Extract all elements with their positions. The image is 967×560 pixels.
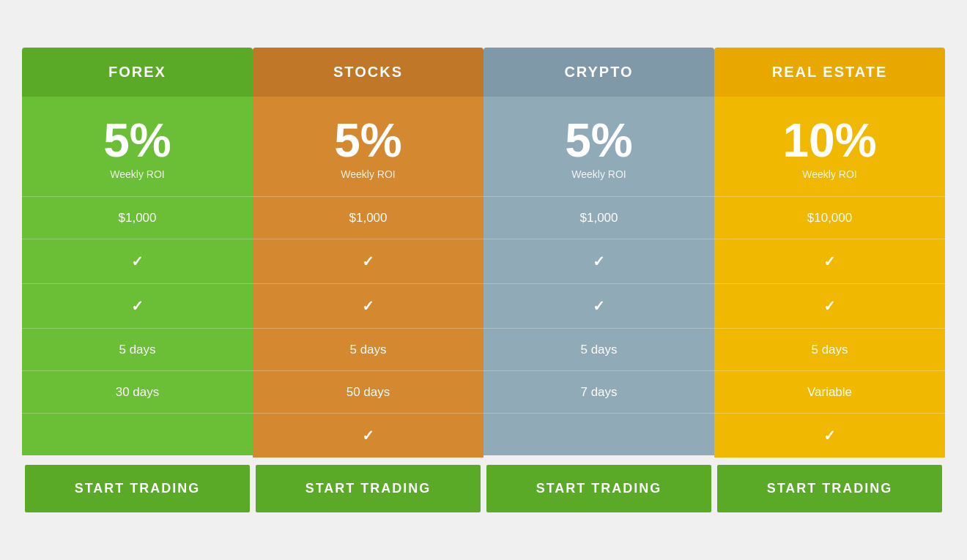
days1-forex: 5 days bbox=[22, 328, 253, 370]
check3-icon-realestate: ✓ bbox=[823, 427, 836, 444]
pricing-container: FOREX 5% Weekly ROI $1,000 ✓ ✓ 5 days 30… bbox=[22, 48, 945, 512]
cards-row: FOREX 5% Weekly ROI $1,000 ✓ ✓ 5 days 30… bbox=[22, 48, 945, 458]
card-header-realestate: REAL ESTATE bbox=[714, 48, 945, 97]
roi-label-forex: Weekly ROI bbox=[29, 168, 245, 180]
start-trading-button-forex[interactable]: START TRADING bbox=[25, 465, 250, 512]
check1-icon-forex: ✓ bbox=[131, 253, 144, 270]
card-header-forex: FOREX bbox=[22, 48, 253, 97]
days1-crypto: 5 days bbox=[484, 328, 714, 370]
roi-percent-crypto: 5% bbox=[491, 117, 707, 164]
check2-forex: ✓ bbox=[22, 283, 253, 328]
check1-icon-realestate: ✓ bbox=[823, 253, 836, 270]
check2-crypto: ✓ bbox=[484, 283, 714, 328]
min-investment-forex: $1,000 bbox=[22, 196, 253, 239]
check1-crypto: ✓ bbox=[484, 239, 714, 283]
roi-percent-realestate: 10% bbox=[722, 117, 938, 164]
check2-icon-realestate: ✓ bbox=[823, 297, 836, 315]
days2-crypto: 7 days bbox=[484, 370, 714, 413]
roi-percent-stocks: 5% bbox=[260, 117, 476, 164]
check2-icon-stocks: ✓ bbox=[362, 297, 374, 315]
card-header-crypto: CRYPTO bbox=[484, 48, 714, 97]
check1-realestate: ✓ bbox=[714, 239, 945, 283]
days1-realestate: 5 days bbox=[714, 328, 945, 370]
check3-forex bbox=[22, 413, 253, 455]
start-trading-button-stocks[interactable]: START TRADING bbox=[256, 465, 481, 512]
min-investment-realestate: $10,000 bbox=[714, 196, 945, 239]
card-stocks: STOCKS 5% Weekly ROI $1,000 ✓ ✓ 5 days 5… bbox=[253, 48, 484, 458]
card-roi-stocks: 5% Weekly ROI bbox=[253, 97, 484, 196]
days2-realestate: Variable bbox=[714, 370, 945, 413]
roi-label-realestate: Weekly ROI bbox=[722, 168, 938, 180]
check3-crypto bbox=[484, 413, 714, 455]
roi-label-stocks: Weekly ROI bbox=[260, 168, 476, 180]
buttons-row: START TRADINGSTART TRADINGSTART TRADINGS… bbox=[22, 465, 945, 512]
min-investment-crypto: $1,000 bbox=[484, 196, 714, 239]
start-trading-button-crypto[interactable]: START TRADING bbox=[486, 465, 711, 512]
check2-icon-crypto: ✓ bbox=[593, 297, 605, 315]
min-investment-stocks: $1,000 bbox=[253, 196, 484, 239]
card-forex: FOREX 5% Weekly ROI $1,000 ✓ ✓ 5 days 30… bbox=[22, 48, 253, 458]
card-crypto: CRYPTO 5% Weekly ROI $1,000 ✓ ✓ 5 days 7… bbox=[484, 48, 714, 458]
start-trading-button-realestate[interactable]: START TRADING bbox=[717, 465, 942, 512]
card-roi-realestate: 10% Weekly ROI bbox=[714, 97, 945, 196]
check3-stocks: ✓ bbox=[253, 413, 484, 458]
check1-icon-crypto: ✓ bbox=[593, 253, 605, 270]
roi-percent-forex: 5% bbox=[29, 117, 245, 164]
days1-stocks: 5 days bbox=[253, 328, 484, 370]
roi-label-crypto: Weekly ROI bbox=[491, 168, 707, 180]
card-roi-crypto: 5% Weekly ROI bbox=[484, 97, 714, 196]
check3-realestate: ✓ bbox=[714, 413, 945, 458]
check3-icon-stocks: ✓ bbox=[362, 427, 374, 444]
check1-icon-stocks: ✓ bbox=[362, 253, 374, 270]
check2-stocks: ✓ bbox=[253, 283, 484, 328]
card-roi-forex: 5% Weekly ROI bbox=[22, 97, 253, 196]
check2-icon-forex: ✓ bbox=[131, 297, 144, 315]
check2-realestate: ✓ bbox=[714, 283, 945, 328]
card-header-stocks: STOCKS bbox=[253, 48, 484, 97]
days2-stocks: 50 days bbox=[253, 370, 484, 413]
days2-forex: 30 days bbox=[22, 370, 253, 413]
check1-forex: ✓ bbox=[22, 239, 253, 283]
check1-stocks: ✓ bbox=[253, 239, 484, 283]
card-realestate: REAL ESTATE 10% Weekly ROI $10,000 ✓ ✓ 5… bbox=[714, 48, 945, 458]
